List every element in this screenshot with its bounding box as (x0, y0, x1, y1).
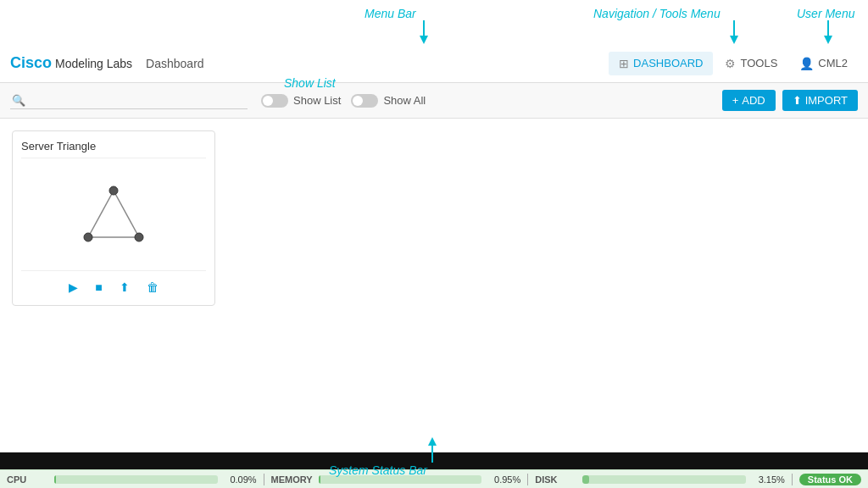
toolbar-right: + ADD ⬆ IMPORT (722, 90, 858, 111)
user-menu-annotation: User Menu (797, 7, 854, 20)
show-all-toggle-item: Show All (351, 94, 426, 108)
toggle-group: Show List Show All (261, 94, 426, 108)
cpu-bar-fill (54, 475, 56, 484)
svg-point-5 (135, 233, 143, 241)
share-button[interactable]: ⬆ (114, 278, 135, 297)
delete-button[interactable]: 🗑 (142, 278, 164, 297)
search-input[interactable] (10, 92, 248, 109)
nav-tools-button[interactable]: ⚙ TOOLS (715, 52, 787, 75)
search-icon: 🔍 (12, 94, 25, 107)
lab-card: Server Triangle ▶ ■ ⬆ 🗑 (12, 130, 215, 306)
nav-tools-arrow (726, 20, 743, 46)
svg-line-0 (88, 191, 114, 237)
memory-label: MEMORY (271, 474, 314, 485)
svg-marker-11 (824, 36, 832, 44)
show-list-label: Show List (293, 94, 341, 107)
nav-menu: ⊞ DASHBOARD ⚙ TOOLS 👤 CML2 (609, 52, 858, 75)
status-bar: CPU 0.09% MEMORY 0.95% DISK 3.15% Status… (0, 469, 868, 488)
user-menu-arrow (820, 20, 837, 46)
status-divider-2 (527, 474, 528, 485)
cpu-label: CPU (7, 474, 49, 485)
play-button[interactable]: ▶ (64, 278, 83, 297)
nav-user-label: CML2 (818, 57, 848, 69)
import-label: IMPORT (805, 94, 848, 107)
nav-dashboard-button[interactable]: ⊞ DASHBOARD (609, 52, 713, 75)
topology-svg (71, 182, 156, 250)
status-divider-3 (792, 474, 793, 485)
svg-marker-9 (730, 36, 738, 44)
nav-dashboard-label: DASHBOARD (633, 57, 703, 69)
lab-card-actions: ▶ ■ ⬆ 🗑 (21, 270, 206, 297)
memory-bar-fill (319, 475, 320, 484)
nav-tools-annotation: Navigation / Tools Menu (593, 7, 721, 20)
show-all-label: Show All (383, 94, 426, 107)
toolbar: 🔍 Show List Show All + ADD ⬆ IMPORT (0, 83, 868, 119)
disk-label: DISK (535, 474, 577, 485)
nav-user-button[interactable]: 👤 CML2 (789, 52, 858, 75)
tools-icon: ⚙ (725, 57, 736, 70)
show-list-toggle[interactable] (261, 94, 288, 108)
disk-value: 3.15% (751, 474, 785, 485)
menu-bar-arrow (415, 20, 432, 46)
add-icon: + (732, 94, 739, 107)
logo-product: Modeling Labs (55, 57, 132, 70)
show-list-toggle-item: Show List (261, 94, 341, 108)
stop-button[interactable]: ■ (90, 278, 107, 297)
logo: Cisco Modeling Labs (10, 54, 132, 72)
disk-segment: DISK 3.15% (535, 474, 785, 485)
logo-cisco: Cisco (10, 54, 52, 72)
add-label: ADD (742, 94, 765, 107)
svg-point-3 (109, 186, 118, 195)
disk-bar-fill (582, 475, 589, 484)
cpu-bar (54, 475, 218, 484)
lab-card-title: Server Triangle (21, 140, 206, 158)
disk-bar (582, 475, 746, 484)
main-content: Server Triangle ▶ ■ ⬆ 🗑 (0, 119, 868, 452)
memory-segment: MEMORY 0.95% (271, 474, 521, 485)
cpu-value: 0.09% (223, 474, 257, 485)
add-button[interactable]: + ADD (722, 90, 776, 111)
cpu-segment: CPU 0.09% (7, 474, 257, 485)
page-title: Dashboard (146, 57, 204, 70)
dashboard-icon: ⊞ (619, 57, 629, 70)
nav-tools-label: TOOLS (740, 57, 777, 69)
svg-point-4 (84, 233, 92, 241)
status-ok-badge: Status OK (799, 474, 861, 485)
user-icon: 👤 (799, 57, 814, 70)
lab-card-preview (21, 165, 206, 267)
status-divider-1 (264, 474, 264, 485)
memory-value: 0.95% (487, 474, 520, 485)
import-button[interactable]: ⬆ IMPORT (782, 90, 858, 111)
show-all-toggle[interactable] (351, 94, 378, 108)
svg-line-1 (114, 191, 139, 237)
import-icon: ⬆ (793, 94, 802, 107)
svg-marker-7 (420, 36, 428, 44)
header: Cisco Modeling Labs Dashboard ⊞ DASHBOAR… (0, 44, 868, 83)
search-wrapper: 🔍 (10, 92, 248, 109)
menu-bar-annotation: Menu Bar (364, 7, 416, 20)
memory-bar (319, 475, 482, 484)
